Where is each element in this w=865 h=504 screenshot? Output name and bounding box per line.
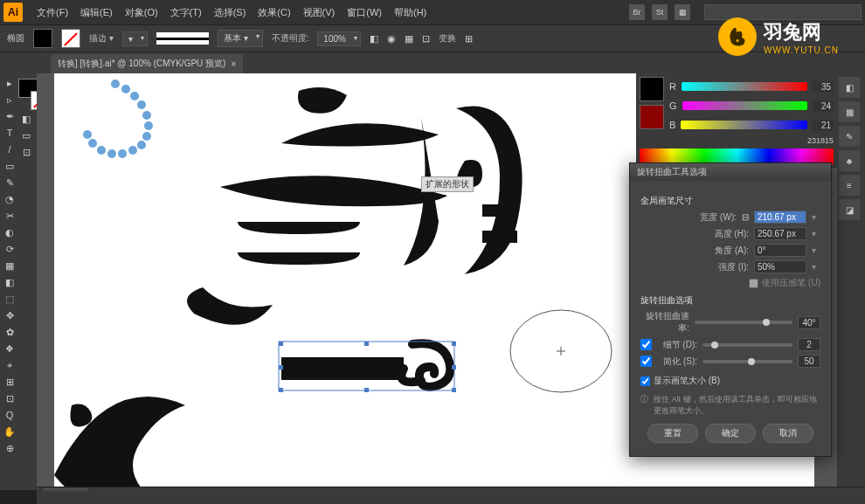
link-icon[interactable]: ⊟ [742,212,749,222]
menu-edit[interactable]: 编辑(E) [75,3,118,23]
stroke-panel-icon[interactable]: ≡ [839,175,860,196]
svg-rect-16 [364,342,369,346]
rate-slider[interactable] [695,321,792,324]
svg-point-0 [111,79,120,88]
watermark-text: 羽兔网 [764,19,839,45]
layers-panel-icon[interactable]: ◪ [839,199,860,220]
opacity-dropdown[interactable]: 100% [317,31,361,46]
simplify-slider[interactable] [702,360,792,363]
ok-button[interactable]: 确定 [705,424,756,443]
selection-tool[interactable]: ▸ [2,75,17,91]
menu-view[interactable]: 视图(V) [298,3,341,23]
green-value[interactable]: 24 [813,100,834,112]
transform-button[interactable]: 变换 [439,32,456,45]
hex-value[interactable]: 231815 [640,136,834,145]
svg-point-9 [118,149,127,158]
intensity-input[interactable] [754,260,806,273]
color-fill-swatch[interactable] [640,77,664,101]
artboard-tool[interactable]: Q [2,407,17,423]
simplify-checkbox[interactable] [640,356,652,367]
screen-mode-icon[interactable]: ▭ [18,128,34,143]
twist-tool[interactable]: ⟳ [2,241,17,257]
arrange-icon[interactable]: ▦ [675,4,690,20]
svg-point-5 [144,121,153,130]
show-brush-checkbox[interactable] [640,376,650,386]
green-slider[interactable] [682,101,807,110]
symbol-sprayer-tool[interactable]: ⊞ [2,374,17,390]
angle-input[interactable] [754,244,806,257]
dropdown-icon[interactable]: ▾ [812,245,820,255]
type-tool[interactable]: T [2,125,17,141]
blue-slider[interactable] [681,121,807,129]
width-input[interactable] [754,211,806,224]
close-icon[interactable]: × [231,59,236,69]
svg-rect-15 [279,342,283,346]
stroke-swatch[interactable] [61,29,80,48]
dialog-titlebar[interactable]: 旋转扭曲工具选项 [630,163,831,181]
dropdown-icon[interactable]: ▾ [812,262,820,272]
fill-swatch[interactable] [33,29,52,48]
reset-button[interactable]: 重置 [647,424,698,443]
menu-file[interactable]: 文件(F) [31,3,73,23]
color-secondary-swatch[interactable] [640,105,664,129]
detail-slider[interactable] [702,343,792,347]
isolate-icon[interactable]: ⊞ [465,33,473,45]
shape-icon[interactable]: ⊡ [422,33,430,45]
pen-tool[interactable]: ✒ [2,108,17,124]
menu-effect[interactable]: 效果(C) [253,3,295,23]
brush-style-dropdown[interactable]: 基本 ▾ [218,30,263,47]
menu-object[interactable]: 对象(O) [120,3,163,23]
dropdown-icon[interactable]: ▾ [812,212,820,222]
free-transform-tool[interactable]: ⬚ [2,291,17,307]
symbols-panel-icon[interactable]: ♣ [839,150,860,171]
detail-checkbox[interactable] [640,339,652,350]
simplify-value[interactable]: 50 [798,355,820,368]
document-tab[interactable]: 转换] [转换].ai* @ 100% (CMYK/GPU 预览) × [51,54,243,73]
width-tool[interactable]: ◧ [2,274,17,290]
dropdown-icon[interactable]: ▾ [812,229,820,238]
stroke-preview[interactable] [156,32,209,45]
direct-selection-tool[interactable]: ▹ [2,92,17,107]
zoom-tool[interactable]: ⊕ [2,440,17,456]
red-value[interactable]: 35 [813,81,834,93]
gradient-tool[interactable]: ❖ [2,341,17,356]
menu-type[interactable]: 文字(T) [165,3,207,23]
column-graph-tool[interactable]: ⊡ [2,390,17,406]
menu-window[interactable]: 窗口(W) [342,3,387,23]
stroke-weight-dropdown[interactable]: ▾ [122,31,148,46]
menu-help[interactable]: 帮助(H) [389,3,432,23]
height-input[interactable] [754,227,806,240]
horizontal-scrollbar[interactable] [37,492,837,504]
recolor-icon[interactable]: ◉ [387,33,396,45]
color-panel-icon[interactable]: ◧ [839,77,860,98]
brushes-panel-icon[interactable]: ✎ [839,126,860,147]
stroke-label: 描边 ▾ [89,32,114,45]
paintbrush-tool[interactable]: ✎ [2,175,17,190]
rotate-tool[interactable]: ◐ [2,224,17,240]
swatches-panel-icon[interactable]: ▦ [839,101,860,122]
graphic-style-icon[interactable]: ◧ [370,33,378,45]
twirl-tool-options-dialog[interactable]: 旋转扭曲工具选项 全局画笔尺寸 宽度 (W): ⊟ ▾ 高度 (H): ▾ 角度… [629,162,832,457]
stock-icon[interactable]: St [652,4,668,20]
scale-tool[interactable]: ▦ [2,258,17,273]
color-panel[interactable]: R35 G24 B21 231815 [636,73,837,168]
eyedropper-tool[interactable]: ⌖ [2,357,17,373]
red-slider[interactable] [682,82,807,91]
color-mode-icon[interactable]: ◧ [18,111,34,127]
align-icon[interactable]: ▦ [405,33,413,45]
hand-tool[interactable]: ✋ [2,424,17,439]
scissors-tool[interactable]: ✂ [2,208,17,224]
blue-value[interactable]: 21 [813,120,834,131]
rate-value[interactable]: 40° [798,316,820,329]
cancel-button[interactable]: 取消 [763,424,813,443]
detail-value[interactable]: 2 [798,338,820,351]
line-tool[interactable]: / [2,142,17,157]
right-panel-dock: ◧ ▦ ✎ ♣ ≡ ◪ [837,73,865,490]
shaper-tool[interactable]: ◔ [2,191,17,207]
shape-builder-tool[interactable]: ✥ [2,307,17,323]
bridge-icon[interactable]: Br [629,4,645,20]
mesh-tool[interactable]: ✿ [2,324,17,340]
rectangle-tool[interactable]: ▭ [2,158,17,174]
menu-select[interactable]: 选择(S) [209,3,252,23]
draw-mode-icon[interactable]: ⊡ [18,144,34,160]
